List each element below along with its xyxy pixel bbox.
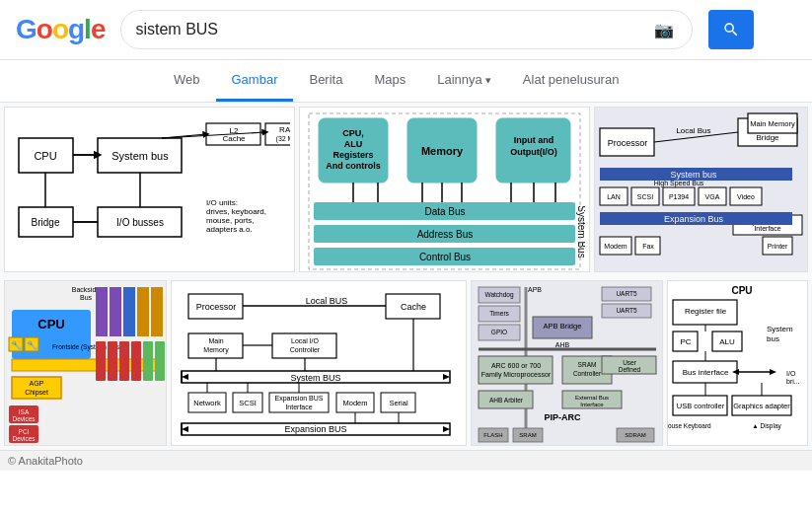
image-card-7[interactable]: CPU Register file PC ALU Bus interface S… bbox=[667, 280, 808, 446]
svg-text:Network: Network bbox=[193, 399, 221, 407]
svg-text:ALU: ALU bbox=[344, 139, 363, 149]
svg-text:And controls: And controls bbox=[326, 161, 381, 171]
nav-maps[interactable]: Maps bbox=[358, 60, 421, 102]
svg-text:Registers: Registers bbox=[332, 150, 373, 160]
svg-text:Interface: Interface bbox=[754, 225, 780, 232]
svg-text:Register file: Register file bbox=[685, 307, 727, 316]
search-button[interactable] bbox=[708, 10, 754, 49]
svg-text:Controller: Controller bbox=[572, 370, 601, 377]
svg-text:Video: Video bbox=[737, 193, 755, 200]
diagram-cpu-alu-bus: CPU, ALU Registers And controls Memory I… bbox=[304, 109, 585, 271]
svg-text:Bus interface: Bus interface bbox=[683, 368, 729, 377]
google-logo[interactable]: Google bbox=[16, 14, 105, 45]
image-card-1[interactable]: CPU System bus L2 Cache RAM (32 MB) bbox=[4, 107, 295, 272]
svg-text:Timers: Timers bbox=[489, 310, 509, 317]
nav-alat[interactable]: Alat penelusuran bbox=[507, 60, 635, 102]
svg-text:RAM: RAM bbox=[279, 125, 290, 134]
svg-rect-110 bbox=[108, 341, 117, 381]
image-card-6[interactable]: Watchdog Timers GPIO APB UART5 UART5 APB… bbox=[471, 280, 663, 446]
svg-marker-150 bbox=[443, 426, 450, 432]
svg-text:PCI: PCI bbox=[18, 428, 29, 435]
svg-text:AGP: AGP bbox=[29, 380, 43, 387]
svg-text:SCSI: SCSI bbox=[239, 399, 257, 407]
svg-marker-206 bbox=[770, 369, 776, 375]
svg-text:Interface: Interface bbox=[580, 402, 604, 407]
svg-rect-89 bbox=[123, 287, 135, 336]
svg-text:Main: Main bbox=[208, 337, 223, 344]
svg-text:I/O: I/O bbox=[786, 370, 796, 377]
svg-text:Cache: Cache bbox=[222, 134, 246, 143]
svg-text:Expansion BUS: Expansion BUS bbox=[274, 395, 323, 403]
diagram-local-system-expansion: Processor Local BUS Cache Main Memory Lo… bbox=[174, 282, 465, 445]
diagram-cpu-system-bus: CPU System bus L2 Cache RAM (32 MB) bbox=[9, 109, 290, 271]
svg-text:APB: APB bbox=[528, 286, 542, 293]
image-card-2[interactable]: CPU, ALU Registers And controls Memory I… bbox=[299, 107, 590, 272]
image-card-5[interactable]: Processor Local BUS Cache Main Memory Lo… bbox=[171, 280, 467, 446]
svg-text:SCSI: SCSI bbox=[637, 193, 653, 200]
svg-text:CPU,: CPU, bbox=[342, 128, 364, 138]
nav-web[interactable]: Web bbox=[158, 60, 216, 102]
svg-text:Fax: Fax bbox=[642, 243, 654, 250]
image-card-3[interactable]: Processor Cache/ Bridge Main Memory Loca… bbox=[594, 107, 808, 272]
svg-rect-173 bbox=[479, 356, 553, 384]
svg-rect-113 bbox=[143, 341, 153, 381]
svg-text:▲ Mouse Keyboard: ▲ Mouse Keyboard bbox=[668, 422, 711, 430]
svg-text:Processor: Processor bbox=[608, 138, 648, 148]
svg-marker-131 bbox=[443, 374, 450, 380]
footer-text: © AnakitaPhoto bbox=[8, 455, 83, 467]
svg-text:Input and: Input and bbox=[514, 135, 554, 145]
svg-text:High Speed Bus: High Speed Bus bbox=[654, 180, 704, 187]
svg-text:System bus: System bus bbox=[111, 150, 169, 162]
image-card-4[interactable]: Backside Bus CPU Frontside (System) Bus … bbox=[4, 280, 167, 446]
svg-text:AHB Arbiter: AHB Arbiter bbox=[489, 397, 524, 404]
svg-text:Devices: Devices bbox=[12, 435, 36, 442]
svg-text:ARC 600 or 700: ARC 600 or 700 bbox=[490, 362, 540, 369]
svg-rect-95 bbox=[12, 359, 165, 371]
svg-text:FLASH: FLASH bbox=[483, 432, 502, 438]
nav-gambar[interactable]: Gambar bbox=[216, 60, 294, 102]
svg-text:Expansion  BUS: Expansion BUS bbox=[284, 424, 346, 434]
svg-rect-112 bbox=[131, 341, 141, 381]
svg-text:Control Bus: Control Bus bbox=[419, 252, 471, 262]
svg-text:(32 MB): (32 MB) bbox=[276, 135, 290, 143]
svg-text:Output(I/O): Output(I/O) bbox=[510, 147, 556, 157]
svg-text:Bus: Bus bbox=[79, 294, 92, 301]
svg-text:Local I/O: Local I/O bbox=[290, 337, 319, 344]
diagram-processor-cache: Processor Cache/ Bridge Main Memory Loca… bbox=[595, 109, 807, 271]
nav-berita[interactable]: Berita bbox=[293, 60, 358, 102]
svg-text:bri...: bri... bbox=[786, 378, 800, 385]
svg-text:External Bus: External Bus bbox=[574, 395, 608, 401]
svg-text:PIP-ARC: PIP-ARC bbox=[544, 412, 581, 422]
camera-icon[interactable]: 📷 bbox=[654, 21, 674, 39]
svg-text:Local Bus: Local Bus bbox=[676, 126, 710, 135]
svg-rect-90 bbox=[137, 287, 149, 336]
header: Google 📷 bbox=[0, 0, 812, 60]
svg-text:🔧: 🔧 bbox=[26, 339, 37, 351]
footer-bar: © AnakitaPhoto bbox=[0, 450, 812, 471]
svg-text:P1394: P1394 bbox=[669, 193, 689, 200]
svg-text:ISA: ISA bbox=[18, 408, 29, 415]
svg-text:▲ Display: ▲ Display bbox=[752, 422, 781, 430]
svg-text:CPU: CPU bbox=[731, 285, 752, 296]
svg-text:APB Bridge: APB Bridge bbox=[543, 322, 581, 331]
diagram-cpu-register-bus: CPU Register file PC ALU Bus interface S… bbox=[668, 282, 807, 445]
svg-text:VGA: VGA bbox=[705, 193, 720, 200]
svg-rect-109 bbox=[96, 341, 106, 381]
image-row-2: Backside Bus CPU Frontside (System) Bus … bbox=[0, 276, 812, 450]
search-input[interactable] bbox=[135, 21, 654, 38]
svg-text:Modem: Modem bbox=[342, 399, 367, 407]
svg-text:ALU: ALU bbox=[719, 337, 735, 346]
svg-text:Memory: Memory bbox=[421, 145, 464, 157]
svg-text:Controller: Controller bbox=[289, 346, 320, 353]
svg-rect-91 bbox=[151, 287, 163, 336]
nav-lainnya[interactable]: Lainnya bbox=[421, 60, 507, 102]
svg-text:Local BUS: Local BUS bbox=[305, 296, 347, 306]
svg-text:Defined: Defined bbox=[618, 366, 640, 373]
svg-text:Expansion Bus: Expansion Bus bbox=[664, 214, 724, 224]
svg-text:Main Memory: Main Memory bbox=[750, 119, 795, 128]
svg-text:SDRAM: SDRAM bbox=[625, 432, 646, 438]
svg-text:🔧: 🔧 bbox=[10, 339, 22, 351]
svg-text:Bridge: Bridge bbox=[756, 133, 779, 142]
nav: Web Gambar Berita Maps Lainnya Alat pene… bbox=[0, 60, 812, 103]
svg-text:SRAM: SRAM bbox=[519, 432, 536, 438]
